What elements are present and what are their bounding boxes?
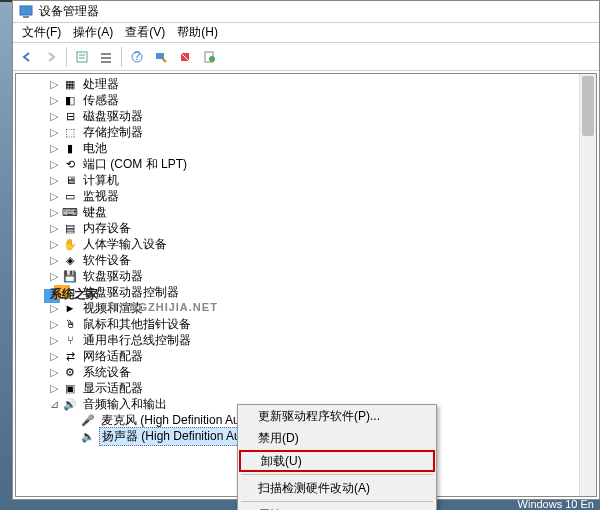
speaker-icon: 🔈 [80,429,96,443]
tree-node[interactable]: ▷⟲端口 (COM 和 LPT) [16,156,596,172]
tree-node-label: 网络适配器 [81,348,145,365]
mouse-icon: 🖱 [62,317,78,331]
forward-button[interactable] [40,46,62,68]
menu-separator [241,474,433,475]
tree-node[interactable]: ▷▤内存设备 [16,220,596,236]
scan-button[interactable] [150,46,172,68]
expand-icon[interactable]: ▷ [46,366,62,379]
computer-icon: 🖥 [62,173,78,187]
menu-uninstall[interactable]: 卸载(U) [239,450,435,472]
collapse-icon[interactable]: ⊿ [46,398,62,411]
storage-icon: ⬚ [62,125,78,139]
tree-node[interactable]: ▷⑂通用串行总线控制器 [16,332,596,348]
floppy-icon: 💾 [62,269,78,283]
menu-help[interactable]: 帮助(H) [171,22,224,43]
tree-node[interactable]: ▷⇄网络适配器 [16,348,596,364]
tree-node-label: 音频输入和输出 [81,396,169,413]
menu-action[interactable]: 操作(A) [67,22,119,43]
tree-node[interactable]: ▷✋人体学输入设备 [16,236,596,252]
back-button[interactable] [16,46,38,68]
audio-icon: 🔊 [62,397,78,411]
expand-icon[interactable]: ▷ [46,286,62,299]
expand-icon[interactable]: ▷ [46,254,62,267]
hid-icon: ✋ [62,237,78,251]
expand-icon[interactable]: ▷ [46,110,62,123]
menu-scan-hardware[interactable]: 扫描检测硬件改动(A) [238,477,436,499]
tree-node[interactable]: ▷⊟磁盘驱动器 [16,108,596,124]
expand-icon[interactable]: ▷ [46,302,62,315]
expand-icon[interactable]: ▷ [46,142,62,155]
expand-icon[interactable]: ▷ [46,350,62,363]
expand-icon[interactable]: ▷ [46,206,62,219]
menu-file[interactable]: 文件(F) [16,22,67,43]
expand-icon[interactable]: ▷ [46,190,62,203]
window-title: 设备管理器 [39,3,99,20]
svg-rect-0 [20,6,32,15]
tree-node[interactable]: ▷🖱鼠标和其他指针设备 [16,316,596,332]
tree-node-label: 系统设备 [81,364,133,381]
expand-icon[interactable]: ▷ [46,158,62,171]
tree-node[interactable]: ▷⌨键盘 [16,204,596,220]
tree-node-label: 监视器 [81,188,121,205]
expand-icon[interactable]: ▷ [46,78,62,91]
tree-node[interactable]: ▷💾软盘驱动器 [16,268,596,284]
svg-text:?: ? [134,50,141,63]
tree-node[interactable]: ▷◈软件设备 [16,252,596,268]
keyboard-icon: ⌨ [62,205,78,219]
tree-node[interactable]: ▷▦处理器 [16,76,596,92]
tree-node-label: 鼠标和其他指针设备 [81,316,193,333]
expand-icon[interactable]: ▷ [46,94,62,107]
software-icon: ◈ [62,253,78,267]
usb-icon: ⑂ [62,333,78,347]
menu-update-driver[interactable]: 更新驱动程序软件(P)... [238,405,436,427]
tree-node-label: 电池 [81,140,109,157]
memory-icon: ▤ [62,221,78,235]
menubar: 文件(F) 操作(A) 查看(V) 帮助(H) [13,23,599,43]
tree-node[interactable]: ▷⊡软盘驱动器控制器 [16,284,596,300]
tree-node[interactable]: ▷▣显示适配器 [16,380,596,396]
battery-icon: ▮ [62,141,78,155]
expand-icon[interactable]: ▷ [46,318,62,331]
app-icon [18,4,34,20]
svg-rect-1 [23,16,29,18]
tree-node[interactable]: ▷⬚存储控制器 [16,124,596,140]
details-button[interactable] [71,46,93,68]
network-icon: ⇄ [62,349,78,363]
expand-icon[interactable]: ▷ [46,222,62,235]
expand-icon[interactable]: ▷ [46,334,62,347]
scrollbar-thumb[interactable] [582,76,594,136]
footer-text: Windows 10 En [518,498,594,510]
menu-view[interactable]: 查看(V) [119,22,171,43]
tree-node[interactable]: ▷⚙系统设备 [16,364,596,380]
tree-node-label: 存储控制器 [81,124,145,141]
tree-node-label: 软盘驱动器控制器 [81,284,181,301]
disk-icon: ⊟ [62,109,78,123]
menu-disable[interactable]: 禁用(D) [238,427,436,449]
expand-icon[interactable]: ▷ [46,174,62,187]
context-menu: 更新驱动程序软件(P)... 禁用(D) 卸载(U) 扫描检测硬件改动(A) 属… [237,404,437,510]
menu-properties[interactable]: 属性(R) [238,504,436,510]
tree-node-label: 软件设备 [81,252,133,269]
properties-button[interactable] [198,46,220,68]
expand-icon[interactable]: ▷ [46,126,62,139]
tree-node[interactable]: ▷▮电池 [16,140,596,156]
tree-node[interactable]: ▷▭监视器 [16,188,596,204]
list-button[interactable] [95,46,117,68]
tree-node-label: 计算机 [81,172,121,189]
help-button[interactable]: ? [126,46,148,68]
scrollbar[interactable] [579,74,596,496]
tree-node[interactable]: ▷🖥计算机 [16,172,596,188]
floppyctl-icon: ⊡ [62,285,78,299]
disable-button[interactable] [174,46,196,68]
monitor-icon: ▭ [62,189,78,203]
tree-node[interactable]: ▷◧传感器 [16,92,596,108]
display-icon: ▣ [62,381,78,395]
expand-icon[interactable]: ▷ [46,270,62,283]
tree-node[interactable]: ▷►视频和渲染 [16,300,596,316]
tree-node-label: 磁盘驱动器 [81,108,145,125]
tree-node-label: 键盘 [81,204,109,221]
expand-icon[interactable]: ▷ [46,382,62,395]
titlebar[interactable]: 设备管理器 [13,1,599,23]
svg-rect-5 [101,53,111,55]
expand-icon[interactable]: ▷ [46,238,62,251]
